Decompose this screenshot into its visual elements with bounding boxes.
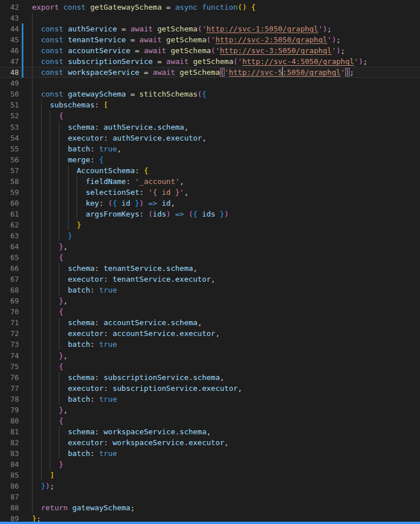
code-line-49[interactable]: 49 (0, 78, 420, 89)
code-text[interactable]: batch: true, (23, 143, 420, 154)
code-text[interactable]: schema: accountService.schema, (23, 317, 420, 328)
code-text[interactable]: const gatewaySchema = stitchSchemas({ (23, 89, 420, 99)
code-text[interactable]: schema: authService.schema, (23, 122, 420, 133)
code-text[interactable]: key: ({ id }) => id, (23, 198, 420, 209)
line-number[interactable]: 66 (0, 263, 19, 274)
line-number[interactable]: 70 (0, 306, 19, 317)
code-text[interactable]: executor: workspaceService.executor, (23, 437, 420, 448)
code-text[interactable]: batch: true (23, 394, 420, 405)
code-text[interactable]: const accountService = await getSchema('… (23, 45, 420, 56)
code-line-79[interactable]: 79 }, (0, 405, 420, 415)
code-text[interactable] (23, 13, 420, 23)
code-text[interactable]: }, (23, 405, 420, 415)
line-number[interactable]: 49 (0, 78, 19, 89)
line-number[interactable]: 50 (0, 89, 19, 99)
code-line-76[interactable]: 76 schema: subscriptionService.schema, (0, 372, 420, 383)
code-line-82[interactable]: 82 executor: workspaceService.executor, (0, 437, 420, 448)
code-text[interactable]: } (23, 459, 420, 470)
line-number[interactable]: 76 (0, 372, 19, 383)
line-number[interactable]: 75 (0, 361, 19, 372)
code-text[interactable]: }, (23, 350, 420, 361)
code-line-58[interactable]: 58 fieldName: '_account', (0, 176, 420, 187)
line-number[interactable]: 64 (0, 241, 19, 252)
code-line-57[interactable]: 57 AccountSchema: { (0, 165, 420, 176)
code-line-73[interactable]: 73 batch: true (0, 339, 420, 350)
line-number[interactable]: 65 (0, 252, 19, 263)
line-number[interactable]: 51 (0, 99, 19, 110)
code-line-64[interactable]: 64 }, (0, 241, 420, 252)
line-number[interactable]: 44 (0, 23, 19, 34)
code-line-53[interactable]: 53 schema: authService.schema, (0, 122, 420, 133)
code-text[interactable]: return gatewaySchema; (23, 502, 420, 513)
code-line-69[interactable]: 69 }, (0, 295, 420, 306)
line-number[interactable]: 71 (0, 317, 19, 328)
line-number[interactable]: 69 (0, 295, 19, 306)
line-number[interactable]: 54 (0, 133, 19, 143)
code-line-71[interactable]: 71 schema: accountService.schema, (0, 317, 420, 328)
code-text[interactable]: } (23, 230, 420, 241)
code-line-77[interactable]: 77 executor: subscriptionService.executo… (0, 383, 420, 394)
code-text[interactable]: }, (23, 241, 420, 252)
code-text[interactable]: } (23, 219, 420, 230)
code-text[interactable]: }, (23, 295, 420, 306)
code-text[interactable]: }); (23, 481, 420, 491)
code-text[interactable]: const subscriptionService = await getSch… (23, 56, 420, 67)
code-text[interactable] (23, 491, 420, 502)
code-text[interactable]: merge: { (23, 154, 420, 165)
line-number[interactable]: 68 (0, 285, 19, 295)
code-line-60[interactable]: 60 key: ({ id }) => id, (0, 198, 420, 209)
code-text[interactable]: schema: subscriptionService.schema, (23, 372, 420, 383)
code-text[interactable]: const tenantService = await getSchema('h… (23, 34, 420, 45)
line-number[interactable]: 73 (0, 339, 19, 350)
code-line-42[interactable]: 42export const getGatewaySchema = async … (0, 2, 420, 13)
line-number[interactable]: 86 (0, 481, 19, 491)
line-number[interactable]: 48 (0, 67, 19, 78)
code-line-83[interactable]: 83 batch: true (0, 448, 420, 459)
code-text[interactable]: executor: subscriptionService.executor, (23, 383, 420, 394)
code-line-59[interactable]: 59 selectionSet: '{ id }', (0, 187, 420, 198)
code-line-62[interactable]: 62 } (0, 219, 420, 230)
code-line-67[interactable]: 67 executor: tenantService.executor, (0, 274, 420, 285)
line-number[interactable]: 67 (0, 274, 19, 285)
code-text[interactable]: executor: authService.executor, (23, 133, 420, 143)
code-line-85[interactable]: 85 ] (0, 470, 420, 481)
code-line-75[interactable]: 75 { (0, 361, 420, 372)
code-text[interactable]: selectionSet: '{ id }', (23, 187, 420, 198)
line-number[interactable]: 53 (0, 122, 19, 133)
line-number[interactable]: 84 (0, 459, 19, 470)
code-text[interactable]: schema: workspaceService.schema, (23, 426, 420, 437)
line-number[interactable]: 46 (0, 45, 19, 56)
code-line-72[interactable]: 72 executor: accountService.executor, (0, 328, 420, 339)
code-text[interactable]: const authService = await getSchema('htt… (23, 23, 420, 34)
line-number[interactable]: 61 (0, 209, 19, 219)
line-number[interactable]: 63 (0, 230, 19, 241)
code-text[interactable]: export const getGatewaySchema = async fu… (23, 2, 420, 13)
code-line-61[interactable]: 61 argsFromKeys: (ids) => ({ ids }) (0, 209, 420, 219)
code-text[interactable]: fieldName: '_account', (23, 176, 420, 187)
line-number[interactable]: 79 (0, 405, 19, 415)
code-line-88[interactable]: 88 return gatewaySchema; (0, 502, 420, 513)
code-text[interactable]: schema: tenantService.schema, (23, 263, 420, 274)
code-text[interactable]: { (23, 415, 420, 426)
line-number[interactable]: 77 (0, 383, 19, 394)
code-line-47[interactable]: 47 const subscriptionService = await get… (0, 56, 420, 67)
line-number[interactable]: 52 (0, 110, 19, 121)
line-number[interactable]: 74 (0, 350, 19, 361)
line-number[interactable]: 57 (0, 165, 19, 176)
code-text[interactable]: ] (23, 470, 420, 481)
line-number[interactable]: 47 (0, 56, 19, 67)
code-line-84[interactable]: 84 } (0, 459, 420, 470)
code-line-44[interactable]: 44 const authService = await getSchema('… (0, 23, 420, 34)
line-number[interactable]: 45 (0, 34, 19, 45)
line-number[interactable]: 42 (0, 2, 19, 13)
code-line-45[interactable]: 45 const tenantService = await getSchema… (0, 34, 420, 45)
code-line-51[interactable]: 51 subschemas: [ (0, 99, 420, 110)
code-text[interactable]: batch: true (23, 285, 420, 295)
code-text[interactable]: { (23, 252, 420, 263)
code-line-54[interactable]: 54 executor: authService.executor, (0, 133, 420, 143)
line-number[interactable]: 81 (0, 426, 19, 437)
code-line-74[interactable]: 74 }, (0, 350, 420, 361)
code-text[interactable]: const workspaceService = await getSchema… (23, 67, 420, 78)
code-line-43[interactable]: 43 (0, 13, 420, 23)
code-text[interactable]: { (23, 306, 420, 317)
